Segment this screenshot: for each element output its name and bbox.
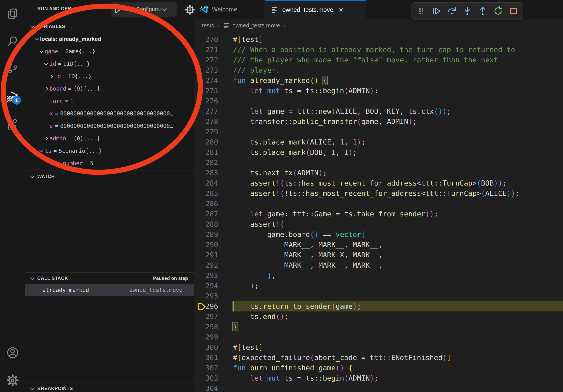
code-line-290[interactable]: 290 MARK__, MARK__, MARK__,: [194, 240, 563, 250]
code-line-275[interactable]: 275 let mut ts = ts::begin(ADMIN);: [194, 86, 563, 96]
breadcrumb-item[interactable]: ...: [289, 22, 294, 29]
code-line-279[interactable]: 279: [194, 127, 563, 137]
code-line-285[interactable]: 285 assert!(!ts::has_most_recent_for_add…: [194, 188, 563, 198]
chevron-down-icon[interactable]: [43, 63, 50, 65]
start-debug-icon[interactable]: [112, 5, 125, 14]
account-icon[interactable]: [0, 342, 25, 364]
equals-sign: =: [85, 160, 88, 167]
code-line-297[interactable]: 297 ts.end();: [194, 312, 563, 322]
code-line-284[interactable]: 284 assert!(ts::has_most_recent_for_addr…: [194, 178, 563, 188]
code-line-289[interactable]: 289 game.board() == vector[: [194, 229, 563, 240]
variable-row-o[interactable]: o=00000000000000000000000000000000000000…: [25, 120, 194, 132]
code-line-283[interactable]: 283 ts.next_tx(ADMIN);: [194, 168, 563, 178]
debug-config-dropdown[interactable]: No Configurat: [112, 2, 177, 17]
code-text: ts.return_to_sender(game);: [233, 301, 361, 312]
code-line-302[interactable]: 302fun burn_unfinished_game() {: [194, 363, 563, 373]
line-number: 286: [194, 198, 218, 209]
code-line-271[interactable]: 271/// When a position is already marked…: [194, 45, 563, 55]
chevron-down-icon[interactable]: [38, 150, 45, 152]
code-line-270[interactable]: 270#[test]: [194, 34, 563, 45]
line-number: 273: [194, 65, 218, 75]
breadcrumb-item[interactable]: tests: [202, 22, 214, 29]
step-into-button[interactable]: [461, 5, 474, 17]
chevron-down-icon[interactable]: [38, 50, 45, 53]
breadcrumb-item[interactable]: owned_tests.move: [232, 22, 280, 29]
code-line-286[interactable]: 286: [194, 198, 563, 209]
variable-value: 1: [70, 98, 73, 105]
continue-button[interactable]: [430, 5, 443, 17]
code-line-299[interactable]: 299: [194, 332, 563, 342]
breakpoints-section-header[interactable]: BREAKPOINTS: [25, 383, 194, 392]
code-line-296[interactable]: 296 ts.return_to_sender(game);: [194, 301, 563, 312]
variable-row-game[interactable]: game=Game{...}: [25, 45, 194, 58]
section-divider: [25, 170, 194, 171]
debug-settings-gear-icon[interactable]: [185, 5, 195, 16]
line-number: 277: [194, 106, 218, 117]
code-line-278[interactable]: 278 transfer::public_transfer(game, ADMI…: [194, 117, 563, 127]
settings-gear-icon[interactable]: [0, 369, 25, 391]
search-icon[interactable]: [0, 30, 25, 52]
code-line-300[interactable]: 300#[test]: [194, 342, 563, 353]
restart-button[interactable]: [492, 5, 504, 17]
code-line-282[interactable]: 282: [194, 157, 563, 168]
code-line-273[interactable]: 273/// player.: [194, 65, 563, 75]
close-icon[interactable]: ×: [339, 6, 343, 14]
variable-value: 0000000000000000000000000000000000000000: [60, 123, 175, 129]
code-line-288[interactable]: 288 assert!(: [194, 219, 563, 229]
variable-row-x[interactable]: x=00000000000000000000000000000000000000…: [25, 107, 194, 120]
call-stack-section-header[interactable]: CALL STACK Paused on step: [25, 273, 194, 284]
variable-row-ts[interactable]: ts=Scenario{...}: [25, 145, 194, 157]
code-line-304[interactable]: 304: [194, 383, 563, 392]
toolbar-drag-handle[interactable]: [415, 5, 427, 17]
chevron-down-icon[interactable]: [33, 38, 40, 40]
source-control-icon[interactable]: [0, 57, 25, 79]
step-out-button[interactable]: [476, 5, 489, 17]
code-line-280[interactable]: 280 ts.place_mark(ALICE, 1, 1);: [194, 137, 563, 147]
line-number: 276: [194, 96, 218, 106]
variable-row-admin[interactable]: admin=(0)[...]: [25, 132, 194, 145]
code-line-287[interactable]: 287 let game: ttt::Game = ts.take_from_s…: [194, 209, 563, 219]
code-line-274[interactable]: 274fun already_marked() {: [194, 75, 563, 86]
step-over-button[interactable]: [446, 5, 458, 17]
code-line-272[interactable]: 272/// the player who made the "false" m…: [194, 55, 563, 65]
variable-value: ID{...}: [68, 73, 91, 79]
tab-owned-tests-move[interactable]: owned_tests.move ×: [265, 0, 366, 19]
code-line-293[interactable]: 293 ],: [194, 270, 563, 281]
code-line-276[interactable]: 276: [194, 96, 563, 106]
chevron-down-icon: [30, 386, 35, 390]
code-line-277[interactable]: 277 let game = ttt::new(ALICE, BOB, KEY,…: [194, 106, 563, 117]
equals-sign: =: [53, 148, 57, 154]
code-line-303[interactable]: 303 let mut ts = ts::begin(ADMIN);: [194, 373, 563, 383]
line-number: 290: [194, 240, 218, 250]
watch-section-header[interactable]: WATCH: [25, 171, 194, 182]
chevron-right-icon[interactable]: [43, 137, 50, 140]
run-and-debug-icon[interactable]: 1: [0, 85, 25, 107]
line-number: 274: [194, 75, 218, 86]
variable-row-id[interactable]: id=ID{...}: [25, 70, 194, 82]
section-divider: [25, 382, 194, 383]
chevron-right-icon[interactable]: [43, 87, 50, 90]
code-text: assert!(: [233, 219, 284, 229]
code-line-291[interactable]: 291 MARK__, MARK_X, MARK__,: [194, 250, 563, 260]
extensions-icon[interactable]: [0, 113, 25, 135]
views-more-actions-icon[interactable]: ···: [201, 3, 210, 12]
stop-button[interactable]: [507, 5, 520, 17]
explorer-icon[interactable]: [0, 3, 25, 25]
variable-row-turn[interactable]: turn=1: [25, 95, 194, 107]
variable-row-txn_number[interactable]: txn_number=5: [25, 157, 194, 170]
call-stack-frame[interactable]: already_marked owned_tests.move: [25, 284, 194, 296]
code-line-294[interactable]: 294 );: [194, 281, 563, 291]
variable-row-id[interactable]: id=UID{...}: [25, 58, 194, 70]
code-line-298[interactable]: 298}: [194, 322, 563, 332]
breakpoints-label: BREAKPOINTS: [37, 386, 73, 391]
code-text: /// the player who made the "false" move…: [233, 55, 498, 65]
variable-row-board[interactable]: board=(9)[...]: [25, 82, 194, 95]
variable-row-scope[interactable]: locals: already_marked: [25, 33, 194, 45]
chevron-right-icon[interactable]: [48, 75, 54, 78]
indent-guide: [232, 127, 233, 137]
code-line-281[interactable]: 281 ts.place_mark(BOB, 1, 1);: [194, 147, 563, 157]
code-line-295[interactable]: 295: [194, 291, 563, 301]
code-line-292[interactable]: 292 MARK__, MARK__, MARK__,: [194, 260, 563, 270]
variables-section-header[interactable]: VARIABLES: [25, 21, 194, 32]
code-line-301[interactable]: 301#[expected_failure(abort_code = ttt::…: [194, 353, 563, 363]
